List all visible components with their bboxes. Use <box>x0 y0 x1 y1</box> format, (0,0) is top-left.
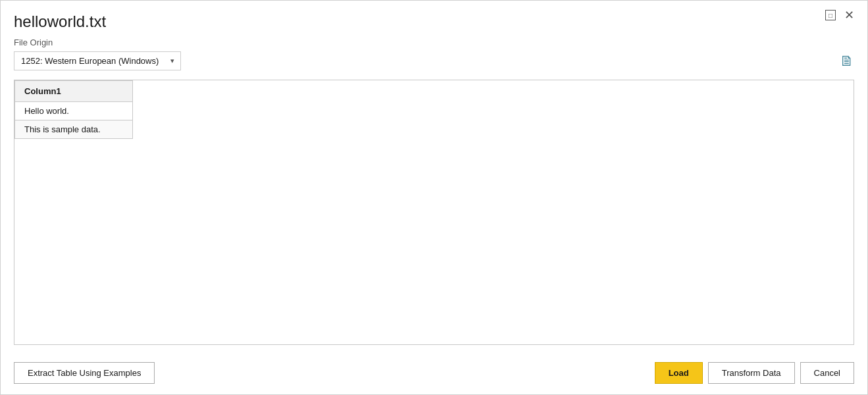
file-origin-row: 1252: Western European (Windows)65001: U… <box>14 51 854 70</box>
footer: Extract Table Using Examples Load Transf… <box>14 356 854 394</box>
table-cell: This is sample data. <box>15 120 133 139</box>
table-header-row: Column1 <box>15 81 133 102</box>
file-origin-dropdown-wrapper: 1252: Western European (Windows)65001: U… <box>14 51 181 70</box>
table-header: Column1 <box>15 81 133 102</box>
close-button[interactable]: ✕ <box>844 10 854 20</box>
column1-header: Column1 <box>15 81 133 102</box>
footer-left: Extract Table Using Examples <box>14 362 155 384</box>
footer-right: Load Transform Data Cancel <box>655 362 854 384</box>
table-cell: Hello world. <box>15 102 133 120</box>
transform-data-button[interactable]: Transform Data <box>708 362 795 384</box>
cancel-button[interactable]: Cancel <box>800 362 854 384</box>
file-origin-label: File Origin <box>14 38 854 47</box>
window-controls: □ ✕ <box>825 10 854 20</box>
data-table: Column1 Hello world.This is sample data. <box>14 80 133 139</box>
file-refresh-icon[interactable]: 🗎 <box>840 53 854 70</box>
table-body: Hello world.This is sample data. <box>15 102 133 139</box>
content-area: File Origin 1252: Western European (Wind… <box>1 38 867 394</box>
extract-table-button[interactable]: Extract Table Using Examples <box>14 362 155 384</box>
maximize-button[interactable]: □ <box>825 10 836 20</box>
title-bar: helloworld.txt □ ✕ <box>1 1 867 38</box>
file-origin-select[interactable]: 1252: Western European (Windows)65001: U… <box>14 51 181 70</box>
table-row: This is sample data. <box>15 120 133 139</box>
data-table-container: Column1 Hello world.This is sample data. <box>14 80 854 345</box>
table-row: Hello world. <box>15 102 133 120</box>
window-title: helloworld.txt <box>14 13 106 31</box>
main-window: helloworld.txt □ ✕ File Origin 1252: Wes… <box>0 0 868 395</box>
load-button[interactable]: Load <box>655 362 703 384</box>
